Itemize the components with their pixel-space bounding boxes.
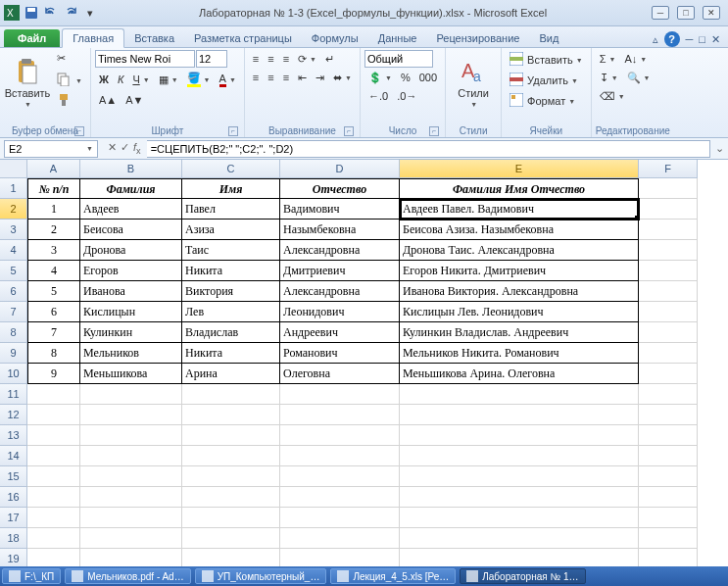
cell[interactable] — [400, 405, 639, 425]
copy-button[interactable]: ▼ — [53, 71, 86, 90]
cell[interactable]: Егоров Никита. Дмитриевич — [400, 261, 639, 281]
cell[interactable]: Беисова Азиза. Назымбековна — [400, 220, 639, 240]
cell[interactable]: 5 — [27, 281, 80, 302]
row-header[interactable]: 7 — [0, 302, 27, 322]
cell[interactable]: 9 — [27, 364, 80, 384]
row-header[interactable]: 14 — [0, 446, 27, 466]
cell[interactable] — [27, 446, 80, 466]
cell[interactable]: Александровна — [280, 240, 400, 261]
cell[interactable] — [639, 487, 698, 508]
cell[interactable] — [280, 405, 400, 425]
cell[interactable]: Иванова — [80, 281, 182, 302]
row-header[interactable]: 4 — [0, 240, 27, 261]
cell[interactable]: 2 — [27, 220, 80, 240]
align-bottom-button[interactable]: ≡ — [279, 50, 293, 68]
row-header[interactable]: 6 — [0, 281, 27, 302]
cell[interactable]: 1 — [27, 199, 80, 220]
cell[interactable] — [182, 384, 280, 405]
tab-review[interactable]: Рецензирование — [426, 29, 529, 47]
cell[interactable] — [639, 302, 698, 322]
increase-font-button[interactable]: A▲ — [95, 91, 121, 109]
cell[interactable] — [182, 446, 280, 466]
autosum-button[interactable]: Σ▼ — [596, 50, 620, 68]
cell[interactable]: № п/п — [27, 178, 80, 199]
cell[interactable] — [639, 466, 698, 487]
wrap-text-button[interactable]: ↵ — [321, 50, 338, 68]
cell[interactable] — [27, 466, 80, 487]
cell[interactable]: Иванова Виктория. Александровна — [400, 281, 639, 302]
align-top-button[interactable]: ≡ — [249, 50, 263, 68]
cell[interactable] — [280, 425, 400, 446]
font-size-select[interactable] — [196, 50, 227, 68]
column-header-B[interactable]: B — [80, 160, 182, 178]
cell[interactable] — [80, 549, 182, 566]
cell[interactable]: Дронова Таис. Александровна — [400, 240, 639, 261]
cell[interactable]: Мельников Никита. Романович — [400, 343, 639, 364]
italic-button[interactable]: К — [114, 70, 127, 89]
tab-home[interactable]: Главная — [62, 28, 124, 48]
cell[interactable] — [639, 405, 698, 425]
cell[interactable] — [400, 549, 639, 566]
cell[interactable] — [639, 508, 698, 528]
doc-close-icon[interactable]: ✕ — [711, 33, 720, 46]
cell[interactable]: Романович — [280, 343, 400, 364]
underline-button[interactable]: Ч▼ — [128, 70, 153, 89]
cell[interactable]: Авдеев — [80, 199, 182, 220]
cell[interactable]: Меньшикова Арина. Олеговна — [400, 364, 639, 384]
cell[interactable]: 6 — [27, 302, 80, 322]
row-header[interactable]: 8 — [0, 322, 27, 343]
cell[interactable] — [639, 528, 698, 549]
paste-button[interactable]: Вставить ▼ — [4, 50, 51, 115]
tab-insert[interactable]: Вставка — [124, 29, 184, 47]
cell[interactable]: Олеговна — [280, 364, 400, 384]
cell[interactable] — [27, 487, 80, 508]
cell[interactable]: Кулинкин Владислав. Андреевич — [400, 322, 639, 343]
row-header[interactable]: 5 — [0, 261, 27, 281]
cell[interactable] — [80, 405, 182, 425]
row-header[interactable]: 15 — [0, 466, 27, 487]
cell[interactable] — [27, 405, 80, 425]
cell[interactable]: Авдеев Павел. Вадимович — [400, 199, 639, 220]
row-header[interactable]: 19 — [0, 549, 27, 566]
row-header[interactable]: 3 — [0, 220, 27, 240]
cell[interactable] — [639, 199, 698, 220]
cell[interactable]: Владислав — [182, 322, 280, 343]
cell[interactable]: Павел — [182, 199, 280, 220]
close-button[interactable]: ✕ — [703, 6, 720, 20]
alignment-launcher-icon[interactable]: ⌐ — [344, 126, 354, 136]
taskbar-item[interactable]: Мельников.pdf - Ad… — [65, 568, 190, 584]
save-icon[interactable] — [24, 5, 39, 21]
cell[interactable]: Никита — [182, 261, 280, 281]
cell[interactable] — [639, 261, 698, 281]
cell[interactable]: Фамилия Имя Отчество — [400, 178, 639, 199]
cell[interactable]: 7 — [27, 322, 80, 343]
font-color-button[interactable]: A▼ — [216, 70, 240, 89]
cell[interactable] — [182, 405, 280, 425]
enter-formula-icon[interactable]: ✓ — [121, 141, 129, 156]
column-header-C[interactable]: C — [182, 160, 280, 178]
tab-page-layout[interactable]: Разметка страницы — [184, 29, 302, 47]
help-icon[interactable]: ? — [664, 31, 680, 47]
align-left-button[interactable]: ≡ — [249, 69, 263, 86]
cell[interactable] — [182, 466, 280, 487]
column-header-A[interactable]: A — [27, 160, 80, 178]
currency-button[interactable]: 💲▼ — [364, 69, 396, 86]
font-name-select[interactable] — [95, 50, 195, 68]
comma-button[interactable]: 000 — [415, 69, 441, 86]
cell[interactable]: Беисова — [80, 220, 182, 240]
tab-view[interactable]: Вид — [529, 29, 568, 47]
decrease-font-button[interactable]: A▼ — [121, 91, 147, 109]
select-all-corner[interactable] — [0, 160, 27, 178]
cell[interactable]: Меньшикова — [80, 364, 182, 384]
cell[interactable] — [639, 425, 698, 446]
align-right-button[interactable]: ≡ — [279, 69, 293, 86]
cell[interactable]: 3 — [27, 240, 80, 261]
cell[interactable] — [280, 466, 400, 487]
format-cells-button[interactable]: Формат▼ — [506, 91, 579, 111]
cell[interactable]: Александровна — [280, 281, 400, 302]
row-header[interactable]: 17 — [0, 508, 27, 528]
cell[interactable]: Лев — [182, 302, 280, 322]
cell[interactable]: Кислицын Лев. Леонидович — [400, 302, 639, 322]
cell[interactable] — [80, 446, 182, 466]
taskbar-item[interactable]: F:\_КП — [2, 568, 61, 584]
